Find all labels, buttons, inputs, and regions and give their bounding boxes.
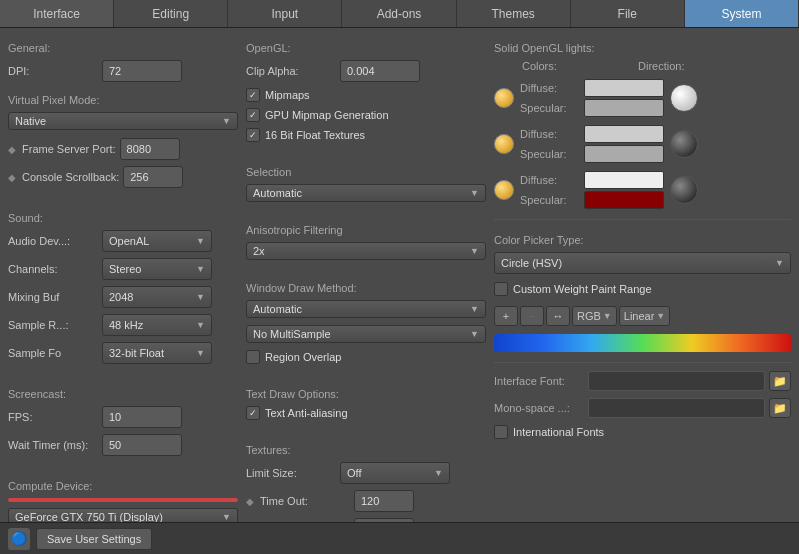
- toolbar-linear-dropdown[interactable]: Linear ▼: [619, 306, 671, 326]
- limit-size-label: Limit Size:: [246, 467, 336, 479]
- time-out-field[interactable]: 120: [354, 490, 414, 512]
- light1-specular-row: Specular:: [520, 99, 664, 117]
- clip-alpha-label: Clip Alpha:: [246, 65, 336, 77]
- tab-file[interactable]: File: [571, 0, 685, 27]
- color-picker-dropdown[interactable]: Circle (HSV) ▼: [494, 252, 791, 274]
- region-overlap-label: Region Overlap: [265, 351, 341, 363]
- fps-value: 10: [109, 411, 121, 423]
- channels-dropdown[interactable]: Stereo ▼: [102, 258, 212, 280]
- light2-specular-swatch[interactable]: [584, 145, 664, 163]
- region-overlap-checkbox[interactable]: [246, 350, 260, 364]
- vpm-arrow-icon: ▼: [222, 116, 231, 126]
- frame-server-field[interactable]: 8080: [120, 138, 180, 160]
- save-user-settings-button[interactable]: Save User Settings: [36, 528, 152, 550]
- mono-font-browse-button[interactable]: 📁: [769, 398, 791, 418]
- compute-label: Compute Device:: [8, 480, 238, 492]
- tab-interface[interactable]: Interface: [0, 0, 114, 27]
- compute-device-arrow: ▼: [222, 512, 231, 522]
- channels-arrow: ▼: [196, 264, 205, 274]
- direction-label: Direction:: [638, 60, 684, 72]
- text-antialias-label: Text Anti-aliasing: [265, 407, 348, 419]
- interface-font-field[interactable]: [588, 371, 765, 391]
- text-antialias-row: Text Anti-aliasing: [246, 406, 486, 420]
- audio-dev-value: OpenAL: [109, 235, 149, 247]
- tab-themes[interactable]: Themes: [457, 0, 571, 27]
- toolbar-plus-button[interactable]: +: [494, 306, 518, 326]
- anisotropic-dropdown[interactable]: 2x ▼: [246, 242, 486, 260]
- clip-alpha-row: Clip Alpha: 0.004: [246, 60, 486, 82]
- light2-specular-label: Specular:: [520, 148, 580, 160]
- mono-font-label: Mono-space ...:: [494, 402, 584, 414]
- tab-bar: Interface Editing Input Add-ons Themes F…: [0, 0, 799, 28]
- custom-weight-checkbox[interactable]: [494, 282, 508, 296]
- custom-weight-row: Custom Weight Paint Range: [494, 282, 791, 296]
- compute-none-button[interactable]: None: [10, 500, 123, 502]
- audio-dev-arrow: ▼: [196, 236, 205, 246]
- toolbar-rgb-dropdown[interactable]: RGB ▼: [572, 306, 617, 326]
- light1-specular-swatch[interactable]: [584, 99, 664, 117]
- tab-system[interactable]: System: [685, 0, 799, 27]
- light1-diffuse-swatch[interactable]: [584, 79, 664, 97]
- selection-arrow: ▼: [470, 188, 479, 198]
- window-draw-label: Window Draw Method:: [246, 282, 486, 294]
- audio-dev-dropdown[interactable]: OpenAL ▼: [102, 230, 212, 252]
- color-picker-label: Color Picker Type:: [494, 234, 791, 246]
- light2-diffuse-swatch[interactable]: [584, 125, 664, 143]
- float-textures-checkbox[interactable]: [246, 128, 260, 142]
- time-out-dot: ◆: [246, 496, 254, 507]
- tab-editing[interactable]: Editing: [114, 0, 228, 27]
- toolbar-arrows-button[interactable]: ↔: [546, 306, 570, 326]
- light3-direction-ball: [670, 176, 698, 204]
- dpi-field[interactable]: 72: [102, 60, 182, 82]
- sample-fo-dropdown[interactable]: 32-bit Float ▼: [102, 342, 212, 364]
- mipmaps-checkbox[interactable]: [246, 88, 260, 102]
- international-fonts-checkbox[interactable]: [494, 425, 508, 439]
- tab-addons[interactable]: Add-ons: [342, 0, 456, 27]
- vpm-label: Virtual Pixel Mode:: [8, 94, 238, 106]
- text-antialias-checkbox[interactable]: [246, 406, 260, 420]
- mixing-buf-dropdown[interactable]: 2048 ▼: [102, 286, 212, 308]
- clip-alpha-field[interactable]: 0.004: [340, 60, 420, 82]
- sample-r-dropdown[interactable]: 48 kHz ▼: [102, 314, 212, 336]
- sample-r-row: Sample R...: 48 kHz ▼: [8, 314, 238, 336]
- color-picker-value: Circle (HSV): [501, 257, 562, 269]
- light3-specular-swatch[interactable]: [584, 191, 664, 209]
- interface-font-browse-button[interactable]: 📁: [769, 371, 791, 391]
- tab-input[interactable]: Input: [228, 0, 342, 27]
- light1-row: Diffuse: Specular:: [494, 79, 791, 117]
- gpu-mipmap-row: GPU Mipmap Generation: [246, 108, 486, 122]
- anisotropic-label: Anisotropic Filtering: [246, 224, 486, 236]
- international-fonts-label: International Fonts: [513, 426, 604, 438]
- anisotropic-value: 2x: [253, 245, 265, 257]
- compute-cuda-button[interactable]: CUDA: [123, 500, 236, 502]
- light3-specular-label: Specular:: [520, 194, 580, 206]
- selection-label: Selection: [246, 166, 486, 178]
- multisample-dropdown[interactable]: No MultiSample ▼: [246, 325, 486, 343]
- light2-sub: Diffuse: Specular:: [520, 125, 664, 163]
- light1-diffuse-row: Diffuse:: [520, 79, 664, 97]
- console-scrollback-field[interactable]: 256: [123, 166, 183, 188]
- main-content: General: DPI: 72 Virtual Pixel Mode: Nat…: [0, 28, 799, 554]
- vpm-dropdown[interactable]: Native ▼: [8, 112, 238, 130]
- toolbar-minus-button[interactable]: −: [520, 306, 544, 326]
- mono-font-field[interactable]: [588, 398, 765, 418]
- fps-field[interactable]: 10: [102, 406, 182, 428]
- mixing-buf-label: Mixing Buf: [8, 291, 98, 303]
- left-column: General: DPI: 72 Virtual Pixel Mode: Nat…: [8, 36, 238, 522]
- console-scrollback-row: ◆ Console Scrollback: 256: [8, 166, 238, 188]
- window-draw-dropdown[interactable]: Automatic ▼: [246, 300, 486, 318]
- limit-size-row: Limit Size: Off ▼: [246, 462, 486, 484]
- light2-direction-ball: [670, 130, 698, 158]
- wait-timer-field[interactable]: 50: [102, 434, 182, 456]
- gpu-mipmap-label: GPU Mipmap Generation: [265, 109, 389, 121]
- light1-diffuse-label: Diffuse:: [520, 82, 580, 94]
- mixing-buf-arrow: ▼: [196, 292, 205, 302]
- light3-diffuse-swatch[interactable]: [584, 171, 664, 189]
- limit-size-dropdown[interactable]: Off ▼: [340, 462, 450, 484]
- gpu-mipmap-checkbox[interactable]: [246, 108, 260, 122]
- audio-dev-label: Audio Dev...:: [8, 235, 98, 247]
- light3-row: Diffuse: Specular:: [494, 171, 791, 209]
- selection-dropdown[interactable]: Automatic ▼: [246, 184, 486, 202]
- interface-font-label: Interface Font:: [494, 375, 584, 387]
- light2-row: Diffuse: Specular:: [494, 125, 791, 163]
